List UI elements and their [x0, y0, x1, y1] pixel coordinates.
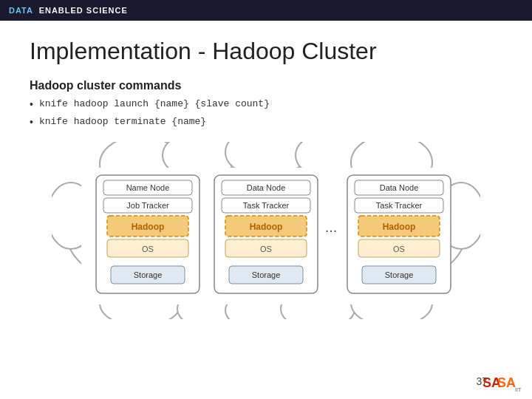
svg-text:OS: OS	[393, 245, 405, 253]
svg-text:Storage: Storage	[252, 270, 281, 279]
svg-text:Task Tracker: Task Tracker	[243, 201, 290, 210]
svg-text:Hadoop: Hadoop	[383, 222, 416, 232]
command-2: knife hadoop terminate {name}	[39, 115, 206, 129]
logo-data: Data	[9, 6, 33, 15]
commands-list: knife hadoop launch {name} {slave count}…	[30, 97, 502, 130]
svg-text:Task Tracker: Task Tracker	[376, 201, 423, 210]
list-item: knife hadoop terminate {name}	[30, 115, 502, 130]
command-1: knife hadoop launch {name} {slave count}	[39, 97, 270, 112]
svg-text:Storage: Storage	[385, 270, 414, 279]
svg-text:SA: SA	[497, 375, 516, 390]
svg-text:Job Tracker: Job Tracker	[126, 201, 169, 210]
svg-text:...: ...	[325, 219, 338, 235]
salsa-logo: SA SA IIT	[482, 372, 526, 393]
cluster-diagram: Name Node Job Tracker Hadoop OS Storage …	[52, 142, 480, 319]
svg-text:Hadoop: Hadoop	[250, 222, 283, 232]
svg-text:Hadoop: Hadoop	[132, 222, 165, 232]
svg-text:IIT: IIT	[515, 387, 522, 392]
diagram-container: Name Node Job Tracker Hadoop OS Storage …	[30, 142, 502, 319]
svg-text:Name Node: Name Node	[126, 183, 170, 192]
svg-text:OS: OS	[260, 245, 272, 253]
svg-text:Data Node: Data Node	[380, 183, 419, 192]
main-content: Implementation - Hadoop Cluster Hadoop c…	[0, 21, 532, 399]
header-logo: Data Enabled Science	[9, 6, 128, 15]
svg-text:OS: OS	[142, 245, 154, 253]
salsa-logo-svg: SA SA IIT	[482, 372, 525, 393]
list-item: knife hadoop launch {name} {slave count}	[30, 97, 502, 112]
svg-text:Data Node: Data Node	[247, 183, 286, 192]
header-bar: Data Enabled Science	[0, 0, 532, 21]
section-heading: Hadoop cluster commands	[30, 79, 502, 92]
svg-text:Storage: Storage	[134, 270, 163, 279]
page-title: Implementation - Hadoop Cluster	[30, 38, 502, 64]
